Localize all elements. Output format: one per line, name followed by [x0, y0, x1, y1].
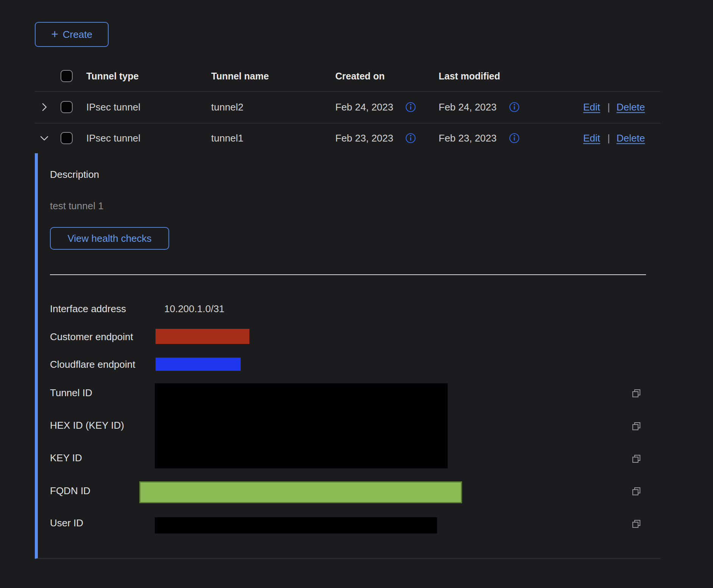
chevron-down-icon: [39, 132, 50, 144]
create-button-label: Create: [63, 29, 92, 40]
created-on-info-icon[interactable]: [405, 101, 416, 113]
table-row: IPsec tunnel tunnel1 Feb 23, 2023 Feb 23…: [35, 123, 660, 153]
interface-address-value: 10.200.1.0/31: [164, 303, 224, 315]
create-button[interactable]: + Create: [35, 22, 109, 47]
tunnels-page: + Create Tunnel type Tunnel name Created…: [0, 0, 713, 588]
copy-tunnel-id-button[interactable]: [631, 388, 642, 399]
last-modified-info-icon[interactable]: [509, 101, 520, 113]
chevron-right-icon: [39, 101, 50, 113]
tunnel-type-cell: IPsec tunnel: [86, 101, 140, 113]
tunnel-name-cell: tunnel2: [211, 101, 243, 113]
edit-link[interactable]: Edit: [583, 132, 600, 144]
row-checkbox[interactable]: [61, 101, 73, 113]
user-id-redacted-value: [155, 517, 437, 534]
cloudflare-endpoint-label: Cloudflare endpoint: [50, 358, 135, 370]
tunnel-details-panel: Description test tunnel 1 View health ch…: [35, 153, 660, 559]
action-separator: |: [607, 132, 610, 144]
copy-icon: [631, 486, 642, 497]
row-checkbox[interactable]: [61, 132, 73, 144]
created-on-cell: Feb 23, 2023: [335, 132, 393, 144]
table-header: Tunnel type Tunnel name Created on Last …: [35, 61, 660, 92]
last-modified-cell: Feb 24, 2023: [439, 101, 497, 113]
delete-link[interactable]: Delete: [616, 101, 645, 113]
action-separator: |: [607, 101, 610, 113]
column-header-last-modified: Last modified: [439, 70, 500, 81]
hex-id-label: HEX ID (KEY ID): [50, 419, 124, 431]
created-on-info-icon[interactable]: [405, 132, 416, 144]
cloudflare-endpoint-redacted-value: [156, 358, 241, 371]
edit-link[interactable]: Edit: [583, 101, 600, 113]
description-value: test tunnel 1: [50, 200, 104, 212]
description-label: Description: [50, 168, 99, 180]
column-header-tunnel-type: Tunnel type: [86, 70, 139, 81]
user-id-label: User ID: [50, 517, 83, 529]
select-all-checkbox[interactable]: [61, 70, 73, 82]
copy-icon: [631, 388, 642, 399]
copy-key-id-button[interactable]: [631, 454, 642, 464]
table-row: IPsec tunnel tunnel2 Feb 24, 2023 Feb 24…: [35, 91, 660, 123]
customer-endpoint-redacted-value: [156, 329, 249, 344]
copy-user-id-button[interactable]: [631, 519, 642, 529]
last-modified-cell: Feb 23, 2023: [439, 132, 497, 144]
collapse-row-button[interactable]: [39, 132, 50, 144]
column-header-tunnel-name: Tunnel name: [211, 70, 269, 81]
copy-icon: [631, 519, 642, 529]
id-values-redacted-block: [155, 383, 448, 468]
key-id-label: KEY ID: [50, 452, 82, 464]
section-divider: [50, 274, 646, 275]
tunnel-type-cell: IPsec tunnel: [86, 132, 140, 144]
last-modified-info-icon[interactable]: [509, 132, 520, 144]
column-header-created-on: Created on: [335, 70, 385, 81]
copy-fqdn-id-button[interactable]: [631, 486, 642, 497]
view-health-checks-label: View health checks: [67, 233, 151, 244]
copy-icon: [631, 454, 642, 464]
customer-endpoint-label: Customer endpoint: [50, 331, 133, 343]
plus-icon: +: [51, 28, 58, 40]
copy-icon: [631, 421, 642, 432]
fqdn-id-redacted-value: [139, 481, 462, 503]
delete-link[interactable]: Delete: [616, 132, 645, 144]
expand-row-button[interactable]: [39, 101, 50, 113]
tunnel-name-cell: tunnel1: [211, 132, 243, 144]
copy-hex-id-button[interactable]: [631, 421, 642, 432]
created-on-cell: Feb 24, 2023: [335, 101, 393, 113]
tunnel-id-label: Tunnel ID: [50, 387, 92, 399]
interface-address-label: Interface address: [50, 303, 126, 315]
view-health-checks-button[interactable]: View health checks: [50, 227, 169, 250]
fqdn-id-label: FQDN ID: [50, 485, 90, 497]
